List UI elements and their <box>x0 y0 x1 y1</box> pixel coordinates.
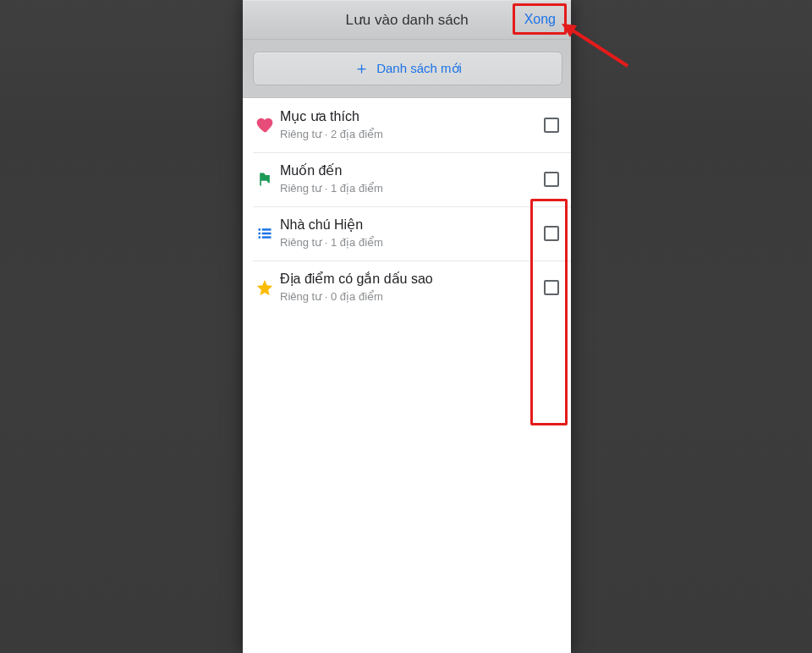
new-list-button[interactable]: ＋ Danh sách mới <box>253 52 562 85</box>
list-item-subtitle: Riêng tư · 1 địa điểm <box>280 236 544 250</box>
phone-screen: Lưu vào danh sách Xong ＋ Danh sách mới M… <box>243 0 571 653</box>
list-item-checkbox[interactable] <box>544 118 559 133</box>
list-item-checkbox[interactable] <box>544 226 559 241</box>
list-icon <box>253 217 277 250</box>
svg-rect-0 <box>259 228 261 231</box>
list-item-subtitle: Riêng tư · 0 địa điểm <box>280 290 544 305</box>
svg-rect-3 <box>262 233 272 235</box>
heart-icon <box>253 108 277 142</box>
new-list-label: Danh sách mới <box>376 61 462 76</box>
list-item-text: Nhà chú Hiện Riêng tư · 1 địa điểm <box>280 217 544 250</box>
save-list: Mục ưa thích Riêng tư · 2 địa điểm Muốn … <box>243 98 571 315</box>
list-item-checkbox[interactable] <box>544 280 559 295</box>
list-item[interactable]: Muốn đến Riêng tư · 1 địa điểm <box>243 152 571 206</box>
list-item-title: Mục ưa thích <box>280 108 544 126</box>
plus-icon: ＋ <box>354 60 370 76</box>
list-item[interactable]: Mục ưa thích Riêng tư · 2 địa điểm <box>243 98 571 152</box>
svg-rect-1 <box>262 228 272 231</box>
list-item-title: Muốn đến <box>280 162 544 180</box>
svg-rect-5 <box>262 236 272 239</box>
done-button[interactable]: Xong <box>518 8 562 31</box>
list-item[interactable]: Địa điểm có gắn dấu sao Riêng tư · 0 địa… <box>243 261 571 315</box>
list-item-subtitle: Riêng tư · 2 địa điểm <box>280 128 544 142</box>
list-item-title: Địa điểm có gắn dấu sao <box>280 271 544 288</box>
list-item[interactable]: Nhà chú Hiện Riêng tư · 1 địa điểm <box>243 206 571 261</box>
new-list-area: ＋ Danh sách mới <box>243 40 571 98</box>
svg-rect-2 <box>259 233 261 235</box>
list-item-text: Mục ưa thích Riêng tư · 2 địa điểm <box>280 108 544 142</box>
list-item-text: Địa điểm có gắn dấu sao Riêng tư · 0 địa… <box>280 271 544 305</box>
list-item-subtitle: Riêng tư · 1 địa điểm <box>280 182 544 196</box>
title-bar: Lưu vào danh sách Xong <box>243 0 571 40</box>
flag-icon <box>253 162 277 196</box>
list-item-title: Nhà chú Hiện <box>280 217 544 234</box>
list-item-checkbox[interactable] <box>544 172 559 187</box>
star-icon <box>253 271 277 305</box>
list-item-text: Muốn đến Riêng tư · 1 địa điểm <box>280 162 544 196</box>
svg-rect-4 <box>259 236 261 239</box>
